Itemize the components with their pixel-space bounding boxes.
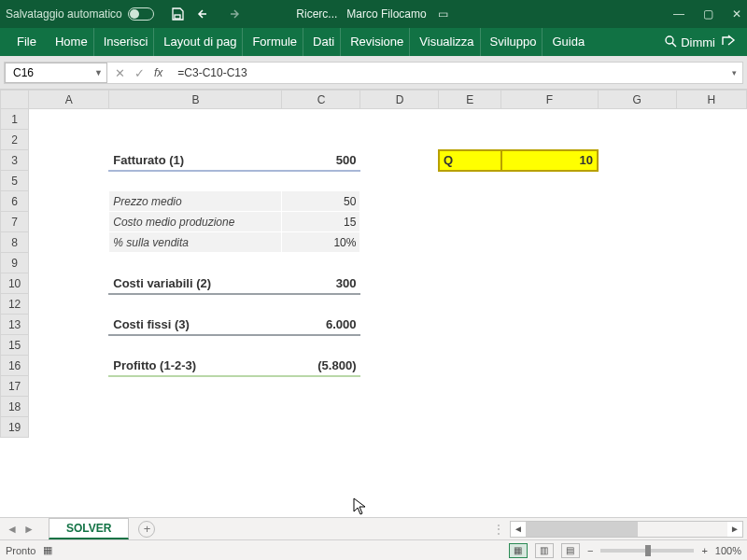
row-header[interactable]: 9 xyxy=(1,253,29,273)
ribbon: File Home Inserisci Layout di pag Formul… xyxy=(0,28,747,56)
row-header[interactable]: 15 xyxy=(1,335,29,356)
tab-file[interactable]: File xyxy=(11,28,46,56)
undo-icon[interactable] xyxy=(197,7,212,21)
tab-view[interactable]: Visualizza xyxy=(414,28,480,56)
cell-b13[interactable]: Costi fissi (3) xyxy=(109,315,282,335)
cell-c3[interactable]: 500 xyxy=(282,150,360,171)
tab-insert[interactable]: Inserisci xyxy=(98,28,155,56)
col-header-g[interactable]: G xyxy=(598,91,676,109)
view-normal-icon[interactable]: ▦ xyxy=(509,543,528,558)
cell-c13[interactable]: 6.000 xyxy=(282,315,360,335)
sheet-nav[interactable]: ◄► xyxy=(0,523,41,536)
formula-input[interactable]: =C3-C10-C13 xyxy=(170,66,726,79)
row-header[interactable]: 6 xyxy=(1,191,29,212)
tab-help[interactable]: Guida xyxy=(546,28,590,56)
close-icon[interactable]: ✕ xyxy=(732,7,741,21)
macro-record-icon[interactable]: ▦ xyxy=(43,544,52,556)
window-controls: — ▢ ✕ xyxy=(673,7,741,21)
zoom-out-button[interactable]: − xyxy=(587,545,593,556)
col-header-a[interactable]: A xyxy=(29,91,109,109)
cancel-formula-icon[interactable]: ✕ xyxy=(115,66,125,80)
row-header[interactable]: 18 xyxy=(1,397,29,417)
fx-icon[interactable]: fx xyxy=(154,66,162,79)
document-name: Ricerc... xyxy=(296,7,337,21)
col-header-h[interactable]: H xyxy=(676,91,746,109)
row-header[interactable]: 8 xyxy=(1,232,29,253)
title-bar: Salvataggio automatico Ricerc... Marco F… xyxy=(0,0,747,28)
formula-buttons: ✕ ✓ fx xyxy=(107,66,170,80)
row-header[interactable]: 10 xyxy=(1,273,29,294)
status-ready: Pronto xyxy=(6,545,35,556)
zoom-in-button[interactable]: + xyxy=(701,545,707,556)
cell-b8[interactable]: % sulla vendita xyxy=(109,232,282,253)
cell-b16[interactable]: Profitto (1-2-3) xyxy=(109,356,282,376)
maximize-icon[interactable]: ▢ xyxy=(703,7,713,21)
scroll-right-icon[interactable]: ► xyxy=(727,524,742,534)
accept-formula-icon[interactable]: ✓ xyxy=(134,66,145,80)
tell-me-label: Dimmi xyxy=(681,35,715,49)
row-header[interactable]: 1 xyxy=(1,109,29,130)
cell-f3[interactable]: 10 xyxy=(501,150,598,171)
save-icon[interactable] xyxy=(171,7,184,21)
tab-data[interactable]: Dati xyxy=(307,28,341,56)
cell-b10[interactable]: Costi variabili (2) xyxy=(109,273,282,294)
row-header[interactable]: 16 xyxy=(1,356,29,376)
user-icon: ▭ xyxy=(436,7,451,21)
add-sheet-button[interactable]: + xyxy=(138,521,155,538)
row-header[interactable]: 13 xyxy=(1,315,29,335)
view-page-break-icon[interactable]: ▤ xyxy=(561,543,580,558)
autosave-toggle[interactable]: Salvataggio automatico xyxy=(6,7,154,21)
name-box[interactable]: C16 ▼ xyxy=(5,63,107,83)
tab-home[interactable]: Home xyxy=(49,28,94,56)
row-header[interactable]: 3 xyxy=(1,150,29,171)
cell-b7[interactable]: Costo medio produzione xyxy=(109,212,282,232)
cell-c7[interactable]: 15 xyxy=(282,212,360,232)
cell-c10[interactable]: 300 xyxy=(282,273,360,294)
col-header-d[interactable]: D xyxy=(360,91,439,109)
share-icon[interactable] xyxy=(721,35,736,50)
row-header[interactable]: 7 xyxy=(1,212,29,232)
view-page-layout-icon[interactable]: ▥ xyxy=(535,543,554,558)
cell-c8[interactable]: 10% xyxy=(282,232,360,253)
title-center: Ricerc... Marco Filocamo ▭ xyxy=(296,7,450,21)
cell-e3[interactable]: Q xyxy=(439,150,501,171)
search-icon xyxy=(664,35,677,50)
row-header[interactable]: 17 xyxy=(1,376,29,397)
user-name: Marco Filocamo xyxy=(346,7,426,21)
tab-layout[interactable]: Layout di pag xyxy=(158,28,243,56)
cell-b3[interactable]: Fatturato (1) xyxy=(109,150,282,171)
cell-c16[interactable]: (5.800) xyxy=(282,356,360,376)
zoom-level[interactable]: 100% xyxy=(715,545,741,556)
minimize-icon[interactable]: — xyxy=(673,7,684,21)
col-header-e[interactable]: E xyxy=(439,91,501,109)
row-header[interactable]: 19 xyxy=(1,417,29,438)
row-header[interactable]: 2 xyxy=(1,130,29,150)
tab-review[interactable]: Revisione xyxy=(345,28,410,56)
svg-rect-0 xyxy=(175,15,180,19)
name-box-value: C16 xyxy=(13,66,34,79)
zoom-slider[interactable] xyxy=(600,549,694,553)
cell-b6[interactable]: Prezzo medio xyxy=(109,191,282,212)
autosave-label: Salvataggio automatico xyxy=(6,7,122,21)
quick-access-toolbar xyxy=(171,7,240,21)
worksheet-grid[interactable]: A B C D E F G H 1 2 3 Fatturato (1) 500 … xyxy=(0,90,747,510)
col-header-f[interactable]: F xyxy=(501,91,598,109)
select-all-corner[interactable] xyxy=(1,91,29,109)
tell-me-search[interactable]: Dimmi xyxy=(664,35,715,50)
sheet-tab-solver[interactable]: SOLVER xyxy=(49,518,129,539)
status-bar: Pronto ▦ ▦ ▥ ▤ − + 100% xyxy=(0,539,747,560)
col-header-c[interactable]: C xyxy=(282,91,360,109)
tab-formulas[interactable]: Formule xyxy=(247,28,303,56)
svg-point-1 xyxy=(666,36,673,44)
row-header[interactable]: 12 xyxy=(1,294,29,315)
col-header-b[interactable]: B xyxy=(109,91,282,109)
toggle-off-icon xyxy=(128,7,154,21)
row-header[interactable]: 5 xyxy=(1,171,29,191)
horizontal-scrollbar[interactable]: ◄ ► xyxy=(510,521,743,538)
scroll-left-icon[interactable]: ◄ xyxy=(511,524,526,534)
tab-developer[interactable]: Sviluppo xyxy=(485,28,543,56)
expand-formula-icon[interactable]: ▾ xyxy=(726,68,742,77)
cell-c6[interactable]: 50 xyxy=(282,191,360,212)
chevron-down-icon: ▼ xyxy=(94,68,103,77)
redo-icon[interactable] xyxy=(225,7,240,21)
